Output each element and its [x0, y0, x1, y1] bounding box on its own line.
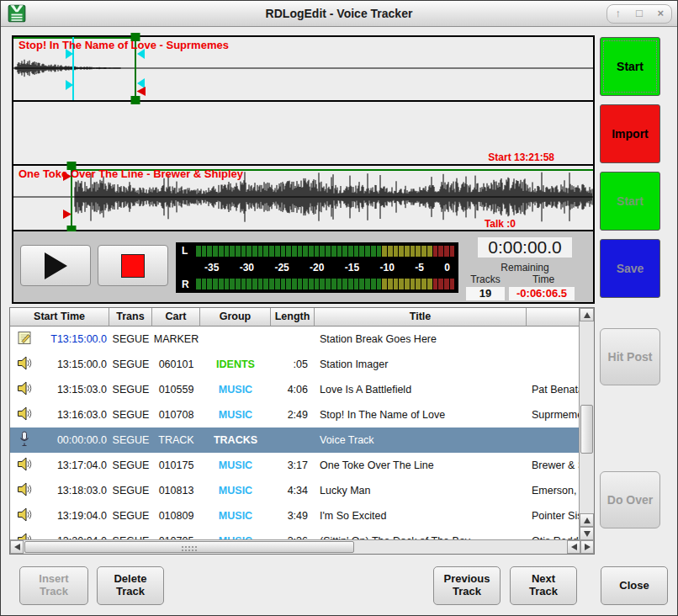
scroll-left-icon[interactable] [10, 540, 24, 554]
column-header-start-time[interactable]: Start Time [10, 308, 109, 327]
insert-track-button[interactable]: Insert Track [19, 566, 88, 605]
voicetrack-empty-panel[interactable]: Start 13:21:58 [13, 102, 593, 166]
start-time-column: T13:15:00.0 [10, 331, 109, 348]
meter-right-bar [196, 279, 454, 289]
previous-track-button[interactable]: Previous Track [433, 566, 501, 605]
meter-segment [315, 279, 320, 289]
meter-segment [315, 246, 320, 257]
meter-segment [359, 246, 364, 257]
column-header-artist[interactable] [527, 308, 580, 327]
meter-segment [230, 279, 235, 289]
meter-segment [359, 279, 364, 289]
previous-track-wave-panel[interactable]: Stop! In The Name of Love - Suprmemes [13, 37, 593, 102]
title-cell: Stop! In The Name of Love [315, 409, 527, 421]
start-time-cell: 13:16:03.0 [35, 409, 109, 421]
meter-segment [263, 246, 268, 257]
close-window-icon[interactable]: × [650, 5, 671, 23]
stop-button[interactable] [98, 245, 168, 286]
start-time-cell: T13:15:00.0 [35, 333, 109, 345]
record-start-button[interactable]: Start [600, 37, 660, 96]
start-time-cell: 13:19:04.0 [35, 510, 109, 522]
titlebar[interactable]: RDLogEdit - Voice Tracker ↑ □ × [1, 1, 677, 27]
log-row[interactable]: T13:15:00.0SEGUEMARKERStation Break Goes… [10, 327, 579, 352]
import-button[interactable]: Import [600, 104, 660, 163]
talk-marker-icon [63, 210, 72, 219]
meter-segment [241, 279, 246, 289]
log-row[interactable]: 13:17:04.0SEGUE010175MUSIC3:17One Toke O… [10, 453, 579, 478]
meter-segment [438, 246, 443, 257]
meter-segment [202, 246, 207, 257]
meter-scale-tick: -30 [240, 262, 254, 273]
transition-cell: SEGUE [109, 358, 152, 370]
group-cell: IDENTS [200, 358, 271, 370]
column-header-title[interactable]: Title [315, 308, 527, 327]
cart-number-cell: 010809 [152, 510, 200, 522]
shade-window-icon[interactable]: ↑ [607, 5, 628, 23]
voice-tracker-editor: Stop! In The Name of Love - Suprmemes St… [12, 35, 595, 304]
meter-segment [252, 279, 257, 289]
vertical-scrollbar[interactable] [579, 308, 594, 540]
delete-track-button[interactable]: Delete Track [97, 566, 164, 605]
log-row[interactable]: 00:00:00.0SEGUETRACKTRACKSVoice Track [10, 427, 579, 453]
meter-segment [433, 279, 438, 289]
log-row[interactable]: 13:20:04.0SEGUE010705MUSIC3:36(Sittin' O… [10, 528, 579, 539]
start-time-cell: 13:15:03.0 [35, 384, 109, 396]
group-cell: MUSIC [200, 409, 271, 421]
vertical-scrollbar-thumb[interactable] [580, 405, 593, 454]
log-row[interactable]: 13:19:04.0SEGUE010809MUSIC3:49I'm So Exc… [10, 503, 579, 528]
horizontal-scrollbar[interactable] [10, 539, 594, 554]
meter-segment [298, 279, 303, 289]
time-remaining-label: Time [518, 273, 569, 285]
do-over-button[interactable]: Do Over [600, 471, 660, 528]
meter-segment [275, 279, 280, 289]
meter-segment [309, 279, 314, 289]
length-cell: 4:34 [271, 485, 315, 497]
previous-track-title: Stop! In The Name of Love - Suprmemes [19, 39, 229, 51]
length-cell: 3:49 [271, 510, 315, 522]
meter-segment [411, 246, 416, 257]
log-table: Start TimeTransCartGroupLengthTitle T13:… [9, 307, 595, 555]
column-header-group[interactable]: Group [200, 308, 271, 327]
transition-cell: SEGUE [109, 434, 152, 446]
speaker-icon [10, 507, 35, 524]
hit-post-button[interactable]: Hit Post [600, 328, 660, 385]
maximize-window-icon[interactable]: □ [628, 5, 649, 23]
speaker-icon [10, 482, 35, 499]
next-track-wave-panel[interactable]: One Toke Over The Line - Brewer & Shiple… [13, 166, 593, 231]
meter-segment [354, 279, 359, 289]
column-header-length[interactable]: Length [271, 308, 315, 327]
meter-segment [433, 246, 438, 257]
scroll-up-icon[interactable] [580, 513, 594, 527]
start-time-cell: 13:15:00.0 [35, 358, 109, 370]
save-button[interactable]: Save [600, 239, 660, 298]
meter-segment [354, 246, 359, 257]
horizontal-scrollbar-thumb[interactable] [24, 541, 354, 553]
meter-segment [219, 246, 224, 257]
meter-segment [202, 279, 207, 289]
meter-segment [213, 246, 218, 257]
scroll-up-icon[interactable] [580, 308, 594, 321]
column-header-trans[interactable]: Trans [109, 308, 152, 327]
meter-segment [286, 246, 291, 257]
log-row[interactable]: 13:15:03.0SEGUE010559MUSIC4:06Love Is A … [10, 377, 579, 402]
cart-number-cell: 060101 [152, 358, 200, 370]
meter-segment [416, 246, 421, 257]
scroll-right-icon[interactable] [580, 540, 594, 554]
next-track-button[interactable]: Next Track [510, 566, 577, 605]
log-row[interactable]: 13:16:03.0SEGUE010708MUSIC2:49Stop! In T… [10, 402, 579, 427]
scroll-left-icon[interactable] [567, 540, 580, 554]
close-button[interactable]: Close [601, 566, 668, 605]
log-row[interactable]: 13:15:00.0SEGUE060101IDENTS:05Station Im… [10, 352, 579, 377]
play-start-button[interactable]: Start [600, 172, 660, 231]
log-row[interactable]: 13:18:03.0SEGUE010813MUSIC4:34Lucky ManE… [10, 478, 579, 503]
scroll-down-icon[interactable] [580, 527, 594, 540]
play-button[interactable] [20, 245, 91, 286]
scrollbar-grip [182, 546, 183, 548]
microphone-icon [10, 431, 35, 449]
meter-segment [246, 246, 252, 257]
column-header-cart[interactable]: Cart [152, 308, 200, 327]
log-table-header[interactable]: Start TimeTransCartGroupLengthTitle [10, 308, 579, 327]
speaker-icon [10, 356, 35, 373]
group-cell: TRACKS [200, 434, 271, 446]
meter-segment [241, 246, 246, 257]
